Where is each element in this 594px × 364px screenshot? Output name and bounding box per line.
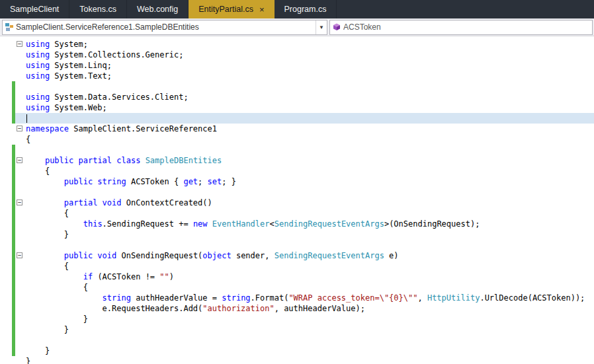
- tab-label: SampleClient: [10, 5, 59, 14]
- code-line[interactable]: −using System;: [0, 39, 594, 50]
- code-text: using System.Text;: [26, 71, 594, 81]
- code-line[interactable]: −namespace SampleClient.ServiceReference…: [0, 124, 594, 134]
- collapse-icon[interactable]: −: [17, 157, 22, 163]
- code-line[interactable]: }: [0, 229, 594, 240]
- tab-tokens-cs[interactable]: Tokens.cs: [69, 0, 127, 18]
- code-line[interactable]: {: [0, 134, 594, 145]
- code-line[interactable]: {: [0, 208, 594, 219]
- code-line[interactable]: public string ACSToken { get; set; }: [0, 176, 594, 187]
- fold-margin: [15, 208, 26, 219]
- indicator-margin: [0, 335, 12, 346]
- code-text: [26, 187, 594, 198]
- code-text: {: [26, 166, 594, 176]
- code-text: [26, 113, 594, 124]
- fold-margin: −: [15, 198, 26, 208]
- code-text: using System.Linq;: [26, 60, 594, 71]
- indicator-margin: [0, 229, 12, 240]
- code-line[interactable]: }: [0, 314, 594, 324]
- code-text: e.RequestHeaders.Add("authorization", au…: [26, 303, 594, 314]
- code-text: {: [26, 134, 594, 145]
- code-line[interactable]: using System.Data.Services.Client;: [0, 92, 594, 102]
- fold-margin: −: [15, 155, 26, 166]
- fold-margin: [15, 219, 26, 229]
- indicator-margin: [0, 60, 12, 71]
- code-line[interactable]: {: [0, 261, 594, 272]
- tab-entitypartial-cs[interactable]: EntityPartial.cs×: [189, 0, 274, 18]
- types-dropdown[interactable]: SampleClient.ServiceReference1.SampleDBE…: [2, 20, 327, 35]
- collapse-icon[interactable]: −: [17, 200, 22, 205]
- code-text: {: [26, 282, 594, 293]
- code-text: this.SendingRequest += new EventHandler<…: [26, 219, 594, 229]
- indicator-margin: [0, 324, 12, 335]
- code-line[interactable]: using System.Text;: [0, 71, 594, 81]
- code-line[interactable]: [0, 240, 594, 250]
- code-text: namespace SampleClient.ServiceReference1: [26, 124, 594, 134]
- tab-sampleclient[interactable]: SampleClient: [0, 0, 69, 18]
- code-line[interactable]: [0, 187, 594, 198]
- indicator-margin: [0, 92, 12, 102]
- code-line[interactable]: this.SendingRequest += new EventHandler<…: [0, 219, 594, 229]
- code-line[interactable]: − public partial class SampleDBEntities: [0, 155, 594, 166]
- collapse-icon[interactable]: −: [17, 126, 22, 131]
- code-line[interactable]: − partial void OnContextCreated(): [0, 198, 594, 208]
- indicator-margin: [0, 102, 12, 113]
- fold-margin: [15, 356, 26, 364]
- code-line[interactable]: − public void OnSendingRequest(object se…: [0, 250, 594, 261]
- fold-margin: [15, 346, 26, 356]
- code-text: using System.Data.Services.Client;: [26, 92, 594, 102]
- code-line[interactable]: }: [0, 346, 594, 356]
- chevron-down-icon[interactable]: ▼: [316, 20, 327, 34]
- code-line[interactable]: if (ACSToken != ""): [0, 272, 594, 282]
- code-line[interactable]: string authHeaderValue = string.Format("…: [0, 293, 594, 303]
- indicator-margin: [0, 198, 12, 208]
- code-text: using System.Web;: [26, 102, 594, 113]
- indicator-margin: [0, 187, 12, 198]
- fold-margin: [15, 134, 26, 145]
- code-line[interactable]: using System.Collections.Generic;: [0, 50, 594, 60]
- fold-margin: [15, 303, 26, 314]
- code-line[interactable]: [0, 81, 594, 92]
- indicator-margin: [0, 134, 12, 145]
- indicator-margin: [0, 208, 12, 219]
- code-line[interactable]: using System.Linq;: [0, 60, 594, 71]
- indicator-margin: [0, 124, 12, 134]
- code-text: {: [26, 261, 594, 272]
- collapse-icon[interactable]: −: [17, 252, 22, 258]
- fold-margin: [15, 60, 26, 71]
- members-dropdown[interactable]: ACSToken: [329, 20, 593, 35]
- code-text: using System.Collections.Generic;: [26, 50, 594, 60]
- code-text: }: [26, 356, 594, 364]
- fold-margin: −: [15, 39, 26, 50]
- indicator-margin: [0, 240, 12, 250]
- code-line[interactable]: }: [0, 324, 594, 335]
- code-text: using System;: [26, 39, 594, 50]
- code-editor[interactable]: −using System;using System.Collections.G…: [0, 36, 594, 364]
- tab-web-config[interactable]: Web.config: [127, 0, 189, 18]
- code-text: }: [26, 324, 594, 335]
- code-line[interactable]: {: [0, 282, 594, 293]
- collapse-icon[interactable]: −: [17, 41, 22, 47]
- fold-margin: [15, 81, 26, 92]
- tab-program-cs[interactable]: Program.cs: [275, 0, 337, 18]
- fold-margin: [15, 272, 26, 282]
- fold-margin: [15, 145, 26, 155]
- fold-margin: [15, 314, 26, 324]
- close-icon[interactable]: ×: [259, 5, 265, 14]
- fold-margin: [15, 293, 26, 303]
- code-text: [26, 335, 594, 346]
- code-text: public string ACSToken { get; set; }: [26, 176, 594, 187]
- indicator-margin: [0, 81, 12, 92]
- code-line[interactable]: [0, 335, 594, 346]
- code-line[interactable]: using System.Web;: [0, 102, 594, 113]
- indicator-margin: [0, 219, 12, 229]
- code-line[interactable]: {: [0, 166, 594, 176]
- code-line[interactable]: }: [0, 356, 594, 364]
- navigation-bar: SampleClient.ServiceReference1.SampleDBE…: [0, 18, 594, 36]
- code-line[interactable]: [0, 145, 594, 155]
- code-line[interactable]: e.RequestHeaders.Add("authorization", au…: [0, 303, 594, 314]
- code-line[interactable]: [0, 113, 594, 124]
- fold-margin: [15, 187, 26, 198]
- text-cursor: [26, 114, 27, 123]
- fold-margin: [15, 176, 26, 187]
- code-text: partial void OnContextCreated(): [26, 198, 594, 208]
